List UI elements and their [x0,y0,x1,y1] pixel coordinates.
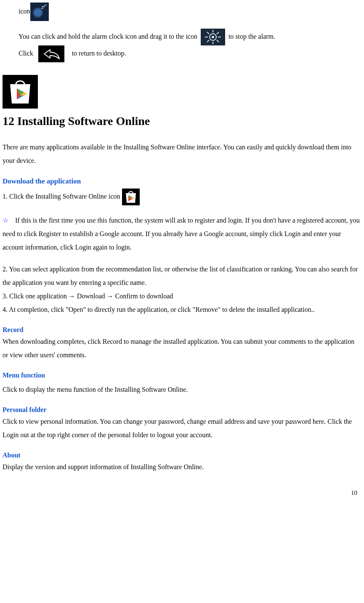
svg-rect-17 [38,45,64,62]
play-store-small-icon [122,189,140,205]
click-text-a: Click [19,50,35,57]
page-number: 10 [3,486,361,499]
alarm-drag-text-a: You can click and hold the alarm clock i… [19,33,199,40]
back-arrow-icon [38,45,64,62]
download-step2: 2. You can select application from the r… [3,263,361,290]
svg-text:Z: Z [45,4,47,6]
icon-label-text: icon [19,8,30,15]
about-heading: About [3,450,361,460]
brightness-target-icon [201,29,225,45]
download-step4: 4. At completion, click "Open" to direct… [3,303,361,316]
play-store-large-icon [3,75,38,109]
section-heading-12: 12 Installing Software Online [3,114,361,129]
menu-heading: Menu function [3,370,361,380]
personal-heading: Personal folder [3,405,361,415]
download-heading: Download the application [3,176,361,187]
about-body: Display the version and support informat… [3,460,361,474]
menu-body: Click to display the menu function of th… [3,383,361,396]
alarm-drag-text-b: to stop the alarm. [228,33,275,40]
personal-body: Click to view personal information. You … [3,415,361,442]
svg-point-2 [34,9,42,16]
click-text-b: to return to desktop. [72,50,126,57]
record-heading: Record [3,325,361,335]
svg-point-8 [212,36,214,38]
sleep-zzz-icon: Z Z Z [30,3,49,21]
download-step3: 3. Click one application → Download → Co… [3,290,361,303]
intro-paragraph: There are many applications available in… [3,141,361,167]
download-step1: 1. Click the Installing Software Online … [3,193,122,200]
star-bullet: ☆ [3,217,8,224]
download-note: If this is the first time you use this f… [3,217,360,251]
record-body: When downloading completes, click Record… [3,335,361,362]
